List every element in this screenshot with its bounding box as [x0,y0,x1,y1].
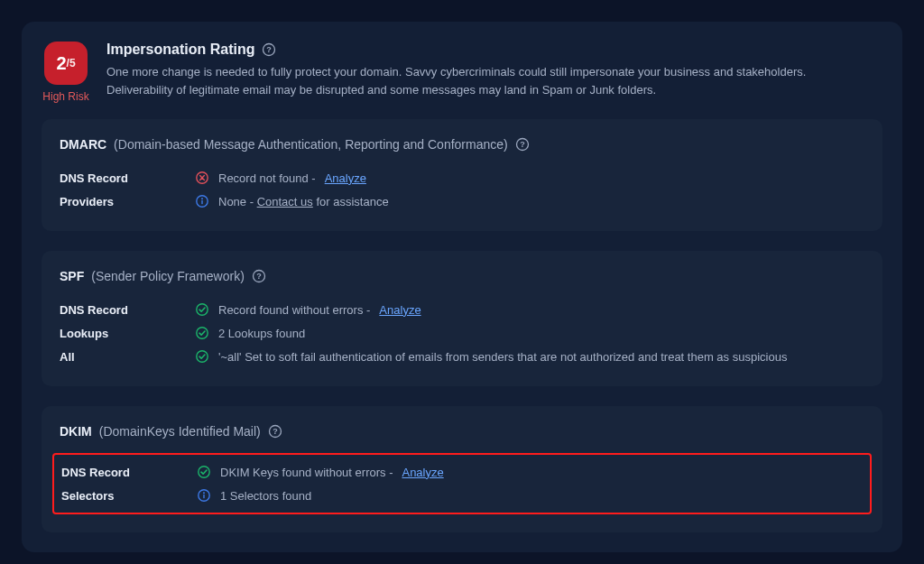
error-icon [195,171,209,185]
rating-badge: 2 /5 [44,42,88,85]
rating-description: One more change is needed to fully prote… [106,63,864,99]
help-icon[interactable]: ? [515,137,530,152]
svg-text:?: ? [267,45,273,54]
dkim-dns-text: DKIM Keys found without errors - [220,466,393,479]
dmarc-providers-prefix: None - [218,195,257,208]
dmarc-title-sub: (Domain-based Message Authentication, Re… [114,137,508,152]
svg-rect-18 [203,495,204,498]
spf-lookups-label: Lookups [60,327,195,340]
rating-header: 2 /5 High Risk Impersonation Rating ? On… [42,42,882,103]
dkim-section: DKIM (DomainKeys Identified Mail) ? DNS … [42,406,882,532]
svg-point-15 [199,467,209,477]
spf-title-strong: SPF [60,269,84,283]
spf-dns-row: DNS Record Record found without errors -… [60,298,864,321]
rating-text: Impersonation Rating ? One more change i… [106,42,864,99]
contact-us-link[interactable]: Contact us [257,195,313,208]
dmarc-title-strong: DMARC [60,137,106,152]
dkim-highlight-box: DNS Record DKIM Keys found without error… [52,453,872,514]
rating-title-row: Impersonation Rating ? [106,42,864,58]
spf-dns-text: Record found without errors - [218,303,370,317]
dmarc-providers-text: None - Contact us for assistance [218,195,389,208]
dkim-title-strong: DKIM [60,424,92,439]
help-icon[interactable]: ? [268,424,282,439]
info-icon [197,488,211,503]
dmarc-section: DMARC (Domain-based Message Authenticati… [42,119,882,231]
rating-badge-column: 2 /5 High Risk [42,42,90,103]
dkim-selectors-label: Selectors [61,489,197,503]
dmarc-providers-label: Providers [60,195,195,208]
check-icon [195,349,209,364]
svg-point-11 [197,328,208,338]
svg-text:?: ? [520,140,525,149]
check-icon [195,302,209,317]
page: 2 /5 High Risk Impersonation Rating ? On… [0,0,924,564]
spf-dns-label: DNS Record [60,303,195,317]
info-icon [195,194,209,208]
spf-lookups-text: 2 Lookups found [218,327,305,340]
check-icon [197,465,211,479]
dmarc-dns-text: Record not found - [218,171,316,185]
svg-point-17 [203,492,205,494]
svg-text:?: ? [256,272,262,281]
spf-all-label: All [60,350,195,364]
dmarc-title: DMARC (Domain-based Message Authenticati… [60,137,864,152]
svg-point-6 [201,198,203,199]
svg-rect-7 [201,200,202,204]
rating-out-of: /5 [67,57,76,69]
dkim-selectors-text: 1 Selectors found [220,489,311,503]
svg-point-12 [197,351,208,362]
dmarc-dns-row: DNS Record Record not found - Analyze [60,166,864,190]
spf-lookups-row: Lookups 2 Lookups found [60,321,864,345]
impersonation-card: 2 /5 High Risk Impersonation Rating ? On… [22,22,902,552]
dkim-selectors-row: Selectors 1 Selectors found [61,484,863,507]
spf-section: SPF (Sender Policy Framework) ? DNS Reco… [42,251,882,386]
rating-title: Impersonation Rating [106,42,254,58]
dmarc-dns-label: DNS Record [60,171,195,185]
dkim-analyze-link[interactable]: Analyze [402,466,443,479]
spf-title: SPF (Sender Policy Framework) ? [60,269,864,283]
dmarc-providers-row: Providers None - Contact us for assistan… [60,190,864,213]
risk-label: High Risk [42,90,88,103]
dkim-title-sub: (DomainKeys Identified Mail) [99,424,261,439]
help-icon[interactable]: ? [252,269,266,283]
dkim-dns-row: DNS Record DKIM Keys found without error… [61,460,863,484]
check-icon [195,326,209,340]
spf-all-text: '~all' Set to soft fail authentication o… [218,350,787,364]
dmarc-analyze-link[interactable]: Analyze [325,171,366,185]
spf-title-sub: (Sender Policy Framework) [91,269,245,283]
help-icon[interactable]: ? [262,42,276,57]
dmarc-providers-suffix: for assistance [313,195,389,208]
svg-point-10 [197,304,208,315]
spf-all-row: All '~all' Set to soft fail authenticati… [60,345,864,368]
dkim-dns-label: DNS Record [61,466,197,479]
spf-analyze-link[interactable]: Analyze [379,303,420,317]
rating-score: 2 [56,53,66,74]
svg-text:?: ? [273,427,278,436]
dkim-title: DKIM (DomainKeys Identified Mail) ? [60,424,864,439]
